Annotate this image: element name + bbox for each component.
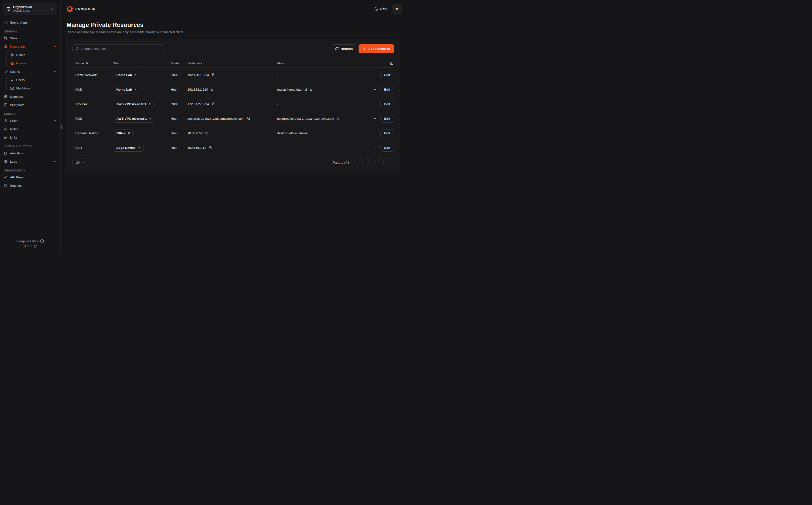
- edit-button[interactable]: Edit: [381, 71, 394, 79]
- sidebar-item-sites[interactable]: Sites: [0, 34, 60, 42]
- sidebar-item-clients[interactable]: Clients: [0, 67, 60, 75]
- pangolin-logo-icon: [66, 6, 73, 12]
- github-link[interactable]: [40, 239, 44, 243]
- edit-button[interactable]: Edit: [381, 144, 394, 152]
- theme-toggle[interactable]: Dark: [374, 7, 387, 11]
- site-name: AWS VPC us-east-1: [116, 102, 146, 106]
- resources-subgroup: Public Private: [6, 51, 60, 67]
- edit-button[interactable]: Edit: [381, 129, 394, 137]
- search-input[interactable]: [81, 47, 161, 50]
- last-page-button[interactable]: [386, 158, 394, 166]
- gear-icon: [4, 184, 8, 187]
- copy-alias-button[interactable]: [336, 117, 340, 121]
- row-menu-button[interactable]: [372, 145, 377, 151]
- row-menu-button[interactable]: [372, 72, 377, 78]
- user-icon: [4, 119, 8, 123]
- chevron-up-icon: [53, 45, 56, 48]
- site-link[interactable]: AWS VPC us-east-1: [113, 100, 155, 108]
- prev-page-button[interactable]: [365, 158, 373, 166]
- sidebar-item-machines[interactable]: Machines: [7, 84, 60, 92]
- more-options-icon: [372, 102, 376, 106]
- site-link[interactable]: Home Lab: [113, 71, 140, 79]
- refresh-label: Refresh: [341, 47, 353, 50]
- sidebar-item-server-admin[interactable]: Server Admin: [0, 18, 60, 26]
- globe-lock-icon: [10, 61, 14, 65]
- edit-button[interactable]: Edit: [381, 100, 394, 108]
- copy-destination-button[interactable]: [211, 73, 215, 77]
- copy-icon: [337, 117, 340, 120]
- resource-name: Remote Desktop: [72, 131, 113, 135]
- sidebar-item-roles[interactable]: Roles: [0, 125, 60, 133]
- sidebar-item-logs[interactable]: Logs: [0, 157, 60, 165]
- resource-mode: Host: [171, 117, 187, 121]
- sidebar-item-label: Sites: [10, 36, 56, 40]
- sidebar-item-label: Links: [10, 136, 56, 139]
- site-link[interactable]: Edge Device: [113, 144, 144, 152]
- main: PANGOLIN Dark M Manage Private Resources…: [60, 0, 406, 252]
- copy-destination-button[interactable]: [210, 88, 214, 91]
- page-head: Manage Private Resources Create and mana…: [60, 15, 406, 34]
- sidebar-item-domains[interactable]: Domains: [0, 93, 60, 101]
- list-icon: [4, 160, 8, 163]
- sidebar-item-label: Clients: [10, 70, 51, 73]
- resource-destination: 192.168.1.210: [187, 88, 208, 91]
- site-link[interactable]: Office: [113, 129, 134, 137]
- copy-alias-button[interactable]: [309, 88, 313, 91]
- sidebar-item-label: Analytics: [10, 151, 56, 155]
- page-size-value: 20: [76, 161, 79, 164]
- sidebar-item-label: Machines: [16, 87, 56, 90]
- sidebar-item-analytics[interactable]: Analytics: [0, 149, 60, 157]
- column-header-destination: Destination: [187, 61, 277, 65]
- sidebar-item-label: Users: [10, 119, 51, 123]
- sidebar-item-private[interactable]: Private: [7, 59, 60, 67]
- building-icon: [6, 7, 11, 11]
- copy-destination-button[interactable]: [208, 146, 212, 150]
- more-options-icon: [372, 131, 376, 135]
- copy-icon: [211, 73, 215, 76]
- resource-mode: Host: [171, 131, 187, 135]
- external-link-icon: [34, 244, 37, 248]
- row-menu-button[interactable]: [372, 101, 377, 107]
- table-header-row: Name Site Mode Destination Alias: [72, 59, 394, 68]
- sidebar-item-resources[interactable]: Resources: [0, 42, 60, 50]
- sort-icon[interactable]: [85, 61, 89, 65]
- edit-button[interactable]: Edit: [381, 86, 394, 94]
- sidebar-nav: Server Admin GENERAL Sites Resources: [0, 15, 60, 235]
- org-selector[interactable]: Organization ACME Corp.: [3, 3, 57, 15]
- site-link[interactable]: Home Lab: [113, 86, 140, 94]
- sidebar-item-api-keys[interactable]: API Keys: [0, 173, 60, 181]
- row-menu-button[interactable]: [372, 130, 377, 136]
- copy-destination-button[interactable]: [205, 131, 209, 135]
- row-menu-button[interactable]: [372, 116, 377, 121]
- column-header-mode: Mode: [171, 61, 187, 65]
- sidebar-item-label: Users: [16, 78, 56, 82]
- more-options-icon: [372, 146, 376, 150]
- sidebar-item-settings[interactable]: Settings: [0, 181, 60, 190]
- resource-name: RDS: [72, 117, 113, 121]
- users-icon: [4, 127, 8, 131]
- sidebar-item-public[interactable]: Public: [7, 51, 60, 59]
- table-body: Home Network Home Lab CIDR 192.168.1.0/2…: [72, 68, 394, 155]
- edit-button[interactable]: Edit: [381, 115, 394, 123]
- sidebar-item-links[interactable]: Links: [0, 133, 60, 141]
- page-size-select[interactable]: 20: [72, 159, 88, 166]
- brand[interactable]: PANGOLIN: [66, 6, 96, 12]
- copy-destination-button[interactable]: [246, 117, 250, 121]
- sidebar-item-blueprints[interactable]: Blueprints: [0, 101, 60, 109]
- sidebar-item-client-users[interactable]: Users: [7, 76, 60, 84]
- copy-destination-button[interactable]: [211, 102, 215, 106]
- first-page-button[interactable]: [355, 158, 363, 166]
- column-visibility-button[interactable]: [389, 61, 394, 65]
- sidebar-item-users[interactable]: Users: [0, 117, 60, 125]
- section-label-general: GENERAL: [4, 30, 56, 33]
- add-resource-button[interactable]: Add Resource: [359, 44, 394, 53]
- avatar[interactable]: M: [392, 4, 402, 14]
- next-page-button[interactable]: [376, 158, 384, 166]
- resource-destination: postgres.us-east-1.rds.amazonaws.com: [187, 117, 244, 121]
- blueprints-icon: [4, 103, 8, 107]
- site-link[interactable]: AWS VPC us-west-1: [113, 115, 155, 123]
- row-menu-button[interactable]: [372, 87, 377, 92]
- version-link[interactable]: v1.13.0: [23, 244, 32, 248]
- refresh-button[interactable]: Refresh: [332, 44, 356, 53]
- resource-destination: 172.31.27.0/24: [187, 102, 209, 106]
